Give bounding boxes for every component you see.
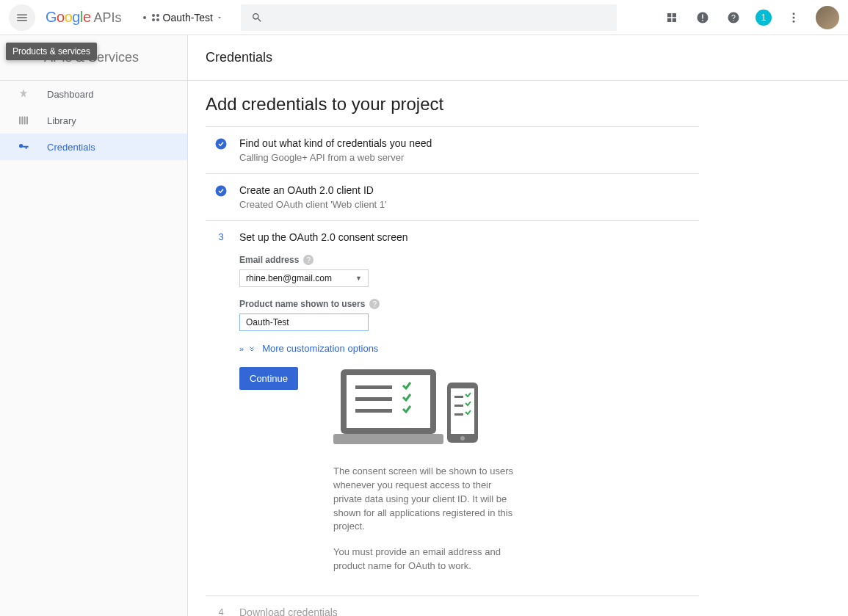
search-icon <box>251 12 263 23</box>
search-box[interactable] <box>241 4 617 31</box>
topbar-actions: ? 1 <box>663 6 839 29</box>
step-subtitle: Created OAuth client 'Web client 1' <box>239 199 692 210</box>
logo[interactable]: Google APIs <box>46 9 122 26</box>
alert-icon[interactable] <box>694 9 711 26</box>
svg-rect-18 <box>355 385 392 389</box>
svg-rect-2 <box>702 20 703 21</box>
email-value: rhine.ben@gmail.com <box>246 273 332 283</box>
svg-rect-11 <box>24 117 26 125</box>
key-icon <box>16 139 31 154</box>
search-input[interactable] <box>270 12 606 23</box>
svg-rect-10 <box>21 117 23 125</box>
step-title: Download credentials <box>239 606 692 616</box>
step-number: 3 <box>214 231 228 585</box>
sidebar-item-label: Credentials <box>47 142 95 153</box>
step-list: Find out what kind of credentials you ne… <box>206 126 699 616</box>
product-name-input[interactable] <box>239 314 369 331</box>
dashboard-icon <box>16 87 31 101</box>
project-name: Oauth-Test <box>163 12 213 23</box>
svg-point-6 <box>793 16 795 18</box>
step-1: Find out what kind of credentials you ne… <box>206 127 699 174</box>
svg-text:?: ? <box>731 12 736 21</box>
expand-icon <box>247 344 256 353</box>
svg-rect-25 <box>454 413 463 416</box>
project-icon <box>142 15 147 20</box>
apis-label: APIs <box>94 10 122 26</box>
step-number: 4 <box>214 606 228 616</box>
svg-point-26 <box>460 436 465 441</box>
sidebar-item-library[interactable]: Library <box>0 107 187 134</box>
step-title: Create an OAuth 2.0 client ID <box>239 184 692 196</box>
project-selector[interactable]: Oauth-Test <box>142 12 223 23</box>
step-subtitle: Calling Google+ API from a web server <box>239 152 692 163</box>
consent-info-text-2: You must provide an email address and pr… <box>333 546 515 573</box>
library-icon <box>16 113 31 128</box>
svg-rect-23 <box>454 396 463 398</box>
email-select[interactable]: rhine.ben@gmail.com ▼ <box>239 269 369 287</box>
main: Credentials Add credentials to your proj… <box>188 35 848 616</box>
more-options-link[interactable]: » More customization options <box>239 343 692 354</box>
sidebar-item-label: Library <box>47 115 76 126</box>
svg-point-13 <box>216 139 227 150</box>
page-header: Credentials <box>188 35 848 81</box>
svg-rect-1 <box>702 14 703 18</box>
product-label: Product name shown to users ? <box>239 299 692 309</box>
help-icon[interactable]: ? <box>303 255 314 265</box>
layout: RPI APIs & Services Dashboard Library Cr… <box>0 35 848 616</box>
svg-point-14 <box>216 186 227 197</box>
sidebar-item-label: Dashboard <box>47 89 94 100</box>
svg-point-5 <box>793 12 795 15</box>
chevron-down-icon <box>216 14 223 21</box>
svg-rect-19 <box>355 397 392 401</box>
svg-rect-20 <box>355 409 392 413</box>
svg-rect-17 <box>333 434 443 444</box>
step-3: 3 Set up the OAuth 2.0 consent screen Em… <box>206 221 699 596</box>
svg-rect-16 <box>347 375 430 428</box>
double-chevron-icon: » <box>239 344 242 353</box>
page-title: Credentials <box>206 50 272 65</box>
sidebar-item-credentials[interactable]: Credentials <box>0 134 187 160</box>
gift-icon[interactable] <box>663 9 681 26</box>
check-icon <box>214 184 228 198</box>
consent-illustration <box>333 369 692 450</box>
chevron-down-icon: ▼ <box>355 275 362 282</box>
step-title: Set up the OAuth 2.0 consent screen <box>239 231 692 243</box>
step-title: Find out what kind of credentials you ne… <box>239 137 692 149</box>
consent-info-text-1: The consent screen will be shown to user… <box>333 465 515 534</box>
svg-rect-12 <box>26 117 28 125</box>
menu-button[interactable] <box>9 4 35 31</box>
email-label: Email address ? <box>239 255 692 265</box>
notification-badge[interactable]: 1 <box>755 10 772 26</box>
menu-tooltip: Products & services <box>6 43 97 60</box>
hamburger-icon <box>15 11 29 24</box>
help-icon[interactable]: ? <box>369 299 380 309</box>
sidebar-item-dashboard[interactable]: Dashboard <box>0 81 187 107</box>
content-heading: Add credentials to your project <box>206 94 699 115</box>
continue-button[interactable]: Continue <box>239 367 298 390</box>
content: Add credentials to your project Find out… <box>188 81 717 616</box>
step-2: Create an OAuth 2.0 client ID Created OA… <box>206 174 699 221</box>
more-icon[interactable] <box>785 9 802 26</box>
top-bar: Products & services Google APIs Oauth-Te… <box>0 0 848 35</box>
svg-rect-9 <box>19 117 21 125</box>
avatar[interactable] <box>816 6 839 29</box>
svg-point-7 <box>793 20 795 22</box>
sidebar: RPI APIs & Services Dashboard Library Cr… <box>0 35 188 616</box>
consent-info: The consent screen will be shown to user… <box>333 465 515 573</box>
svg-rect-24 <box>454 405 463 407</box>
google-logo: Google <box>46 9 91 26</box>
check-icon <box>214 137 228 151</box>
step-4: 4 Download credentials <box>206 596 699 616</box>
help-icon[interactable]: ? <box>725 9 742 26</box>
